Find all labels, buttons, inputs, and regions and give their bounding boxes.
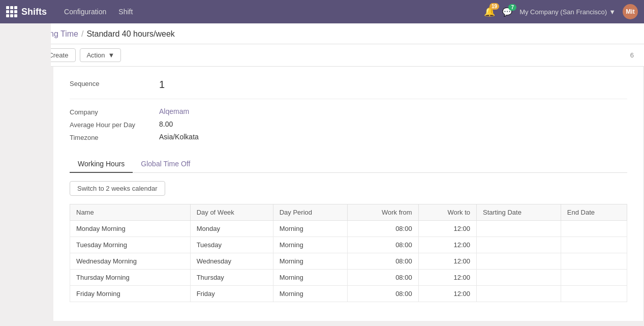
- cell-work-to: 12:00: [418, 221, 476, 237]
- company-dropdown-icon: ▼: [609, 8, 616, 16]
- breadcrumb-separator: /: [81, 29, 83, 39]
- cell-day-period: Morning: [273, 237, 348, 253]
- action-button[interactable]: Action ▼: [80, 48, 121, 62]
- user-initials: Mit: [626, 8, 634, 15]
- switch-calendar-button[interactable]: Switch to 2 weeks calendar: [70, 181, 165, 196]
- app-name: Shifts: [21, 7, 47, 17]
- cell-end-date: [561, 253, 627, 270]
- nav-shift[interactable]: Shift: [113, 6, 138, 18]
- left-sidebar: [0, 23, 51, 326]
- company-row: Company Alqemam: [70, 107, 627, 116]
- col-day-period: Day Period: [273, 204, 348, 221]
- cell-name: Friday Morning: [70, 286, 191, 302]
- cell-day-of-week: Thursday: [190, 270, 273, 286]
- app-brand[interactable]: Shifts: [6, 6, 47, 17]
- avg-hour-value: 8.00: [159, 120, 173, 128]
- table-row[interactable]: Tuesday Morning Tuesday Morning 08:00 12…: [70, 237, 627, 253]
- col-work-to: Work to: [418, 204, 476, 221]
- chat-btn[interactable]: 💬 7: [502, 7, 512, 17]
- company-value[interactable]: Alqemam: [159, 107, 189, 115]
- timezone-value: Asia/Kolkata: [159, 133, 199, 141]
- table-row[interactable]: Wednesday Morning Wednesday Morning 08:0…: [70, 253, 627, 270]
- cell-name: Tuesday Morning: [70, 237, 191, 253]
- nav-configuration[interactable]: Configuration: [59, 6, 111, 18]
- cell-work-to: 12:00: [418, 237, 476, 253]
- cell-work-from: 08:00: [348, 270, 418, 286]
- table-row[interactable]: Thursday Morning Thursday Morning 08:00 …: [70, 270, 627, 286]
- cell-day-of-week: Friday: [190, 286, 273, 302]
- col-day-of-week: Day of Week: [190, 204, 273, 221]
- cell-day-of-week: Monday: [190, 221, 273, 237]
- cell-starting-date: [477, 270, 561, 286]
- navbar-right: 🔔 19 💬 7 My Company (San Francisco) ▼ Mi…: [484, 4, 638, 19]
- main-content: Sequence 1 Company Alqemam Average Hour …: [0, 67, 644, 326]
- cell-day-period: Morning: [273, 286, 348, 302]
- cell-name: Thursday Morning: [70, 270, 191, 286]
- cell-starting-date: [477, 237, 561, 253]
- breadcrumb-bar: Shift Working Time / Standard 40 hours/w…: [0, 23, 644, 44]
- record-count: 6: [630, 51, 634, 59]
- cell-starting-date: [477, 221, 561, 237]
- tab-working-hours[interactable]: Working Hours: [70, 156, 133, 173]
- sequence-row: Sequence 1: [70, 79, 627, 91]
- table-row[interactable]: Friday Morning Friday Morning 08:00 12:0…: [70, 286, 627, 302]
- cell-end-date: [561, 270, 627, 286]
- timezone-row: Timezone Asia/Kolkata: [70, 133, 627, 141]
- cell-work-from: 08:00: [348, 253, 418, 270]
- cell-end-date: [561, 286, 627, 302]
- toolbar: Edit Create Action ▼ 6: [0, 44, 644, 67]
- notification-btn[interactable]: 🔔 19: [484, 6, 495, 17]
- company-selector[interactable]: My Company (San Francisco) ▼: [519, 8, 616, 16]
- navbar-menu: Configuration Shift: [59, 6, 138, 18]
- form-card: Sequence 1 Company Alqemam Average Hour …: [53, 67, 644, 321]
- cell-day-of-week: Wednesday: [190, 253, 273, 270]
- col-starting-date: Starting Date: [477, 204, 561, 221]
- spacer: [70, 145, 627, 156]
- avg-hour-label: Average Hour per Day: [70, 120, 151, 129]
- avg-hour-row: Average Hour per Day 8.00: [70, 120, 627, 129]
- cell-starting-date: [477, 253, 561, 270]
- breadcrumb-current: Standard 40 hours/week: [86, 29, 174, 39]
- table-row[interactable]: Monday Morning Monday Morning 08:00 12:0…: [70, 221, 627, 237]
- cell-end-date: [561, 221, 627, 237]
- cell-work-to: 12:00: [418, 270, 476, 286]
- notification-badge: 19: [489, 3, 499, 10]
- col-name: Name: [70, 204, 191, 221]
- cell-work-to: 12:00: [418, 253, 476, 270]
- breadcrumb: Shift Working Time / Standard 40 hours/w…: [10, 29, 634, 44]
- action-dropdown-icon: ▼: [108, 51, 115, 59]
- cell-end-date: [561, 237, 627, 253]
- sequence-value: 1: [159, 79, 165, 91]
- sequence-label: Sequence: [70, 79, 151, 87]
- cell-name: Monday Morning: [70, 221, 191, 237]
- user-avatar[interactable]: Mit: [623, 4, 638, 19]
- grid-icon: [6, 6, 17, 17]
- cell-day-period: Morning: [273, 221, 348, 237]
- cell-day-period: Morning: [273, 270, 348, 286]
- navbar: Shifts Configuration Shift 🔔 19 💬 7 My C…: [0, 0, 644, 23]
- tabs: Working Hours Global Time Off: [70, 156, 627, 173]
- col-work-from: Work from: [348, 204, 418, 221]
- cell-day-period: Morning: [273, 253, 348, 270]
- company-label: Company: [70, 107, 151, 116]
- col-end-date: End Date: [561, 204, 627, 221]
- cell-work-from: 08:00: [348, 221, 418, 237]
- cell-day-of-week: Tuesday: [190, 237, 273, 253]
- working-hours-table: Name Day of Week Day Period Work from Wo…: [70, 204, 627, 302]
- cell-starting-date: [477, 286, 561, 302]
- company-name: My Company (San Francisco): [519, 8, 607, 16]
- cell-work-from: 08:00: [348, 237, 418, 253]
- tab-global-time-off[interactable]: Global Time Off: [133, 156, 198, 173]
- timezone-label: Timezone: [70, 133, 151, 141]
- cell-work-to: 12:00: [418, 286, 476, 302]
- cell-name: Wednesday Morning: [70, 253, 191, 270]
- chat-badge: 7: [508, 4, 516, 11]
- table-header-row: Name Day of Week Day Period Work from Wo…: [70, 204, 627, 221]
- cell-work-from: 08:00: [348, 286, 418, 302]
- action-label: Action: [86, 51, 105, 59]
- divider-1: [70, 99, 627, 99]
